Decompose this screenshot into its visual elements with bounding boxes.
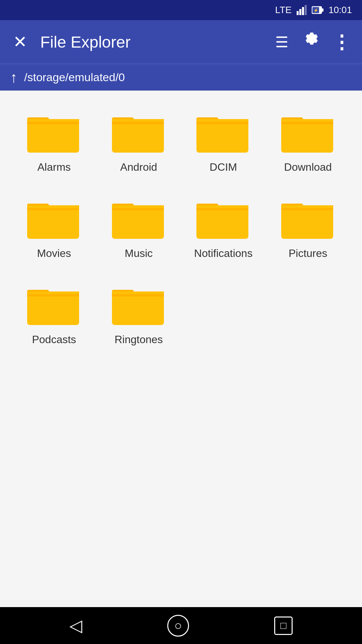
folder-download[interactable]: Download (267, 104, 349, 180)
list-view-button[interactable]: ☰ (272, 34, 292, 51)
folder-music[interactable]: Music (98, 190, 180, 266)
folder-music-icon (112, 197, 166, 240)
svg-rect-57 (112, 291, 164, 294)
breadcrumb: ↑ /storage/emulated/0 (0, 64, 362, 91)
svg-rect-17 (112, 119, 164, 122)
folder-android-icon (112, 111, 166, 154)
folder-music-label: Music (125, 247, 153, 260)
folder-ringtones-icon (112, 283, 166, 327)
folder-ringtones-label: Ringtones (115, 333, 163, 346)
file-grid: Alarms Android (0, 91, 362, 607)
folder-pictures-icon (281, 197, 335, 240)
folder-podcasts-label: Podcasts (32, 333, 76, 346)
folder-movies-icon (27, 197, 81, 240)
folder-movies-label: Movies (37, 247, 71, 260)
navigate-up-button[interactable]: ↑ (10, 69, 17, 86)
app-title: File Explorer (40, 33, 261, 51)
folder-notifications-icon (196, 197, 250, 240)
svg-rect-42 (196, 205, 248, 208)
folder-android-label: Android (120, 161, 157, 173)
svg-rect-32 (27, 205, 79, 208)
folder-alarms-label: Alarms (37, 161, 71, 173)
svg-rect-3 (305, 5, 307, 15)
svg-rect-47 (281, 205, 333, 208)
folder-android[interactable]: Android (98, 104, 180, 180)
svg-text:⚡: ⚡ (313, 8, 318, 13)
svg-rect-27 (281, 119, 333, 122)
app-header: ✕ File Explorer ☰ ⋮ (0, 20, 362, 64)
svg-rect-0 (297, 11, 299, 15)
folder-ringtones[interactable]: Ringtones (98, 276, 180, 353)
folder-notifications[interactable]: Notifications (183, 190, 264, 266)
status-icons: LTE ⚡ 10:01 (275, 5, 352, 15)
svg-rect-52 (27, 291, 79, 294)
svg-rect-12 (27, 119, 79, 122)
folder-dcim-label: DCIM (209, 161, 237, 173)
folder-dcim[interactable]: DCIM (183, 104, 264, 180)
back-button[interactable]: ◁ (69, 616, 82, 635)
folder-dcim-icon (196, 111, 250, 154)
svg-rect-5 (322, 8, 323, 12)
more-options-button[interactable]: ⋮ (332, 31, 352, 53)
lte-icon: LTE (275, 5, 292, 15)
svg-rect-22 (196, 119, 248, 122)
folder-notifications-label: Notifications (194, 247, 252, 260)
clock: 10:01 (328, 5, 352, 15)
close-button[interactable]: ✕ (10, 32, 30, 52)
folder-movies[interactable]: Movies (13, 190, 95, 266)
home-button[interactable]: ○ (167, 615, 189, 637)
status-bar: LTE ⚡ 10:01 (0, 0, 362, 20)
folder-pictures[interactable]: Pictures (267, 190, 349, 266)
folder-download-icon (281, 111, 335, 154)
current-path: /storage/emulated/0 (24, 71, 125, 84)
folder-podcasts-icon (27, 283, 81, 327)
signal-bars-icon (297, 5, 307, 15)
navigation-bar: ◁ ○ □ (0, 607, 362, 644)
folder-pictures-label: Pictures (289, 247, 327, 260)
recents-button[interactable]: □ (274, 616, 293, 635)
folder-alarms-icon (27, 111, 81, 154)
folder-grid-container: Alarms Android (7, 104, 355, 353)
svg-rect-37 (112, 205, 164, 208)
svg-rect-1 (299, 9, 301, 15)
settings-button[interactable] (302, 31, 322, 53)
battery-icon: ⚡ (312, 5, 323, 15)
folder-download-label: Download (284, 161, 332, 173)
svg-rect-2 (302, 7, 304, 15)
folder-podcasts[interactable]: Podcasts (13, 276, 95, 353)
folder-alarms[interactable]: Alarms (13, 104, 95, 180)
